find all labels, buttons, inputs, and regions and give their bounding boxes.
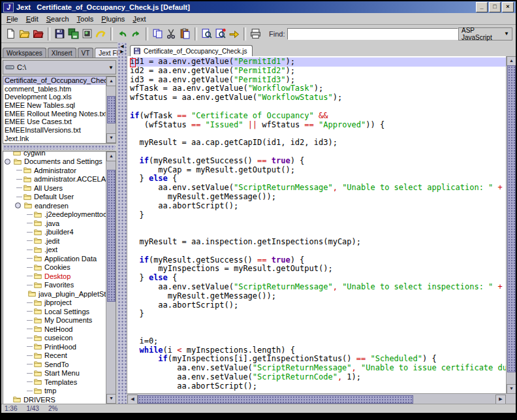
expand-handle-icon[interactable]	[5, 159, 10, 165]
editor-horizontal-scrollbar[interactable]: ◀ ▶	[127, 393, 507, 404]
scroll-up-icon[interactable]: ▲	[106, 152, 116, 161]
close-file-icon[interactable]	[31, 27, 45, 41]
find-replace-icon[interactable]	[213, 27, 227, 41]
code-line: aa.env.setValue("ScriptReturnMessage", "…	[130, 364, 507, 373]
save-file-icon[interactable]	[53, 27, 67, 41]
title-bar[interactable]: J Jext Certificate_of_Occupancy_Check.js…	[1, 1, 516, 13]
tree-item-administrator-accela[interactable]: administrator.ACCELA	[3, 175, 116, 184]
open-file-icon[interactable]	[18, 27, 31, 41]
tree-item-cookies[interactable]: Cookies	[3, 263, 116, 272]
tree-item-eandresen[interactable]: eandresen	[3, 201, 116, 210]
snapshot-icon[interactable]	[80, 27, 94, 41]
menu-file[interactable]: File	[4, 14, 24, 24]
tree-item-default-user[interactable]: Default User	[3, 193, 116, 202]
code-line: aa.env.setValue("ScriptReturnMessage", "…	[130, 184, 507, 193]
goto-line-icon[interactable]	[227, 27, 241, 41]
reload-icon[interactable]	[94, 27, 108, 41]
file-list-scrollbar[interactable]: ▲ ▼	[106, 76, 116, 143]
maximize-button[interactable]: □	[489, 2, 501, 12]
tree-item--j2eedeploymenttool[interactable]: .j2eedeploymenttool	[3, 210, 116, 219]
save-all-icon[interactable]	[67, 27, 80, 41]
paste-icon[interactable]	[178, 27, 192, 41]
close-button[interactable]: ×	[502, 2, 514, 12]
scroll-left-icon[interactable]: ◀	[127, 395, 138, 404]
collapse-right-icon[interactable]: ▶	[120, 49, 123, 54]
tree-item-label: eandresen	[35, 202, 69, 210]
tree-item-jbproject[interactable]: jbproject	[3, 299, 116, 308]
tree-item-nethood[interactable]: NetHood	[3, 325, 116, 334]
menu-edit[interactable]: Edit	[24, 14, 44, 24]
tree-item-templates[interactable]: Templates	[3, 378, 116, 387]
scroll-right-icon[interactable]: ▶	[495, 395, 506, 404]
tree-item-drivers[interactable]: DRIVERS	[3, 395, 116, 404]
new-file-icon[interactable]	[4, 27, 18, 41]
tree-item--jext[interactable]: .jext	[3, 246, 116, 255]
redo-icon[interactable]	[129, 27, 143, 41]
menu-tools[interactable]: Tools	[74, 14, 99, 24]
tree-item-my-documents[interactable]: My Documents	[3, 316, 116, 325]
collapse-left-icon[interactable]: ◀	[120, 44, 123, 48]
expand-handle-icon[interactable]	[15, 202, 21, 208]
tree-item-desktop[interactable]: Desktop	[3, 272, 116, 281]
tab-workspaces[interactable]: Workspaces	[3, 48, 46, 57]
tab-xinsert[interactable]: XInsert	[48, 48, 76, 57]
code-area[interactable]: id1 = aa.env.getValue("PermitId1");id2 =…	[127, 56, 507, 394]
scrollbar-thumb[interactable]	[107, 96, 116, 123]
tree-item-java-plugin-appletstore[interactable]: java_plugin_AppletStore	[3, 289, 116, 299]
scrollbar-thumb[interactable]	[507, 65, 516, 372]
file-item[interactable]: EMEE New Tables.sql	[3, 101, 108, 110]
tab-vt[interactable]: VT	[78, 48, 94, 57]
scroll-up-icon[interactable]: ▲	[106, 76, 116, 86]
menu-plugins[interactable]: Plugins	[99, 14, 130, 24]
tree-item--java[interactable]: .java	[3, 219, 116, 228]
tree-item-all-users[interactable]: All Users	[3, 184, 116, 193]
tree-item-favorites[interactable]: Favorites	[3, 281, 116, 290]
cut-icon[interactable]	[164, 27, 178, 41]
scroll-down-icon[interactable]: ▼	[106, 133, 116, 143]
scroll-up-icon[interactable]: ▲	[507, 56, 516, 66]
sidebar-splitter[interactable]	[3, 145, 116, 150]
find-input[interactable]	[287, 28, 458, 40]
scrollbar-thumb[interactable]	[138, 395, 413, 404]
tree-item-cygwin[interactable]: cygwin	[3, 151, 116, 157]
undo-icon[interactable]	[116, 27, 129, 41]
editor-tab[interactable]: Certificate_of_Occupancy_Check.js	[130, 45, 253, 56]
tree-item-local-settings[interactable]: Local Settings	[3, 307, 116, 316]
menu-jext[interactable]: Jext	[130, 14, 151, 24]
tree-item-administrator[interactable]: Administrator	[3, 166, 116, 175]
toolbar-separator	[146, 27, 148, 40]
tree-item-printhood[interactable]: PrintHood	[3, 342, 116, 351]
editor-vertical-scrollbar[interactable]: ▲ ▼	[506, 56, 516, 394]
tree-item-cuseicon[interactable]: cuseicon	[3, 334, 116, 343]
file-item[interactable]: Certificate_of_Occupancy_Check.js	[3, 76, 108, 85]
code-line	[130, 103, 507, 112]
copy-icon[interactable]	[151, 27, 164, 41]
menu-search[interactable]: Search	[44, 14, 74, 24]
print-icon[interactable]	[249, 27, 262, 41]
scroll-down-icon[interactable]: ▼	[507, 384, 516, 394]
tree-connector	[27, 355, 33, 356]
tree-item-tmp[interactable]: tmp	[3, 387, 116, 396]
scrollbar-thumb[interactable]	[107, 170, 116, 302]
app-icon: J	[3, 3, 14, 12]
file-item[interactable]: EMEE Use Cases.txt	[3, 118, 108, 126]
tree-item--jbuilder4[interactable]: .jbuilder4	[3, 228, 116, 237]
tree-item-start-menu[interactable]: Start Menu	[3, 369, 116, 378]
drive-selector[interactable]: C:\ ▼	[3, 60, 116, 74]
tree-item-documents-and-settings[interactable]: Documents and Settings	[3, 157, 116, 167]
tree-item-recent[interactable]: Recent	[3, 351, 116, 361]
find-icon[interactable]	[200, 27, 213, 41]
minimize-button[interactable]: _	[476, 2, 488, 12]
tree-item-sendto[interactable]: SendTo	[3, 360, 116, 369]
tree-scrollbar[interactable]: ▲ ▼	[106, 152, 116, 404]
syntax-mode-select[interactable]: ASP JavaScript ▼	[458, 27, 512, 40]
file-item[interactable]: EMEE Rollout Meeting Notes.txt	[3, 110, 108, 118]
file-item[interactable]: comment_tables.htm	[3, 85, 108, 93]
scroll-down-icon[interactable]: ▼	[106, 394, 116, 404]
main-splitter[interactable]: ◀ ▶	[118, 42, 127, 404]
file-item[interactable]: EMEEInstallVersions.txt	[3, 126, 108, 135]
tree-item--jedit[interactable]: .jedit	[3, 236, 116, 246]
file-item[interactable]: Jext.lnk	[3, 135, 108, 143]
tree-item-application-data[interactable]: Application Data	[3, 254, 116, 263]
file-item[interactable]: Development Log.xls	[3, 93, 108, 101]
